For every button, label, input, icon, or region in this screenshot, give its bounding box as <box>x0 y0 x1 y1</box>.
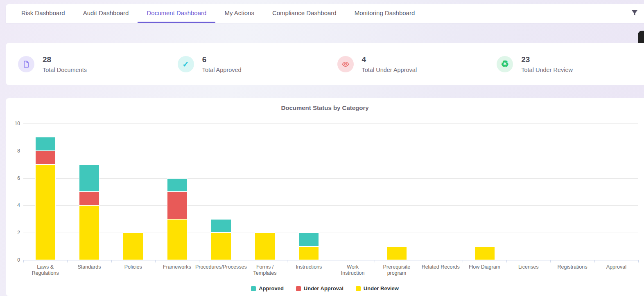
legend-label: Under Approval <box>304 285 343 292</box>
bar-segment-under-review[interactable] <box>255 233 275 260</box>
bar-segment-under-review[interactable] <box>386 247 407 260</box>
bar-segment-under-review[interactable] <box>167 219 188 260</box>
filter-button[interactable] <box>625 4 644 23</box>
filter-funnel-icon <box>631 9 638 18</box>
x-axis-tick <box>463 260 463 262</box>
gridline <box>23 123 638 124</box>
chart-legend: ApprovedUnder ApprovalUnder Review <box>6 285 644 292</box>
stat-label: Total Under Review <box>521 67 573 73</box>
legend-swatch <box>296 286 301 291</box>
x-axis-category-label: Approval <box>585 264 644 270</box>
bar-segment-under-review[interactable] <box>123 233 143 260</box>
tab-risk-dashboard[interactable]: Risk Dashboard <box>12 4 74 23</box>
x-axis-tick <box>199 260 199 262</box>
stat-total-documents: 28 Total Documents <box>6 55 165 73</box>
legend-swatch <box>356 286 361 291</box>
bar-segment-under-review[interactable] <box>298 247 319 260</box>
bar-segment-under-approval[interactable] <box>79 192 99 205</box>
stacked-bar-chart: 0246810Laws & RegulationsStandardsPolici… <box>23 123 638 260</box>
bar-segment-under-approval[interactable] <box>35 151 56 164</box>
tab-my-actions[interactable]: My Actions <box>215 4 263 23</box>
legend-item-under-review[interactable]: Under Review <box>356 285 399 292</box>
bar-segment-approved[interactable] <box>79 164 99 192</box>
x-axis-tick <box>550 260 551 262</box>
x-axis-tick <box>67 260 68 262</box>
eye-icon <box>337 56 354 72</box>
check-glyph: ✓ <box>182 59 189 69</box>
x-axis-tick <box>23 260 24 262</box>
tab-monitoring-dashboard[interactable]: Monitoring Dashboard <box>346 4 424 23</box>
dashboard-tab-bar: Risk Dashboard Audit Dashboard Document … <box>6 4 644 23</box>
check-icon: ✓ <box>178 56 194 72</box>
stat-value: 23 <box>521 55 573 64</box>
stat-label: Total Approved <box>202 67 242 73</box>
bar-segment-under-review[interactable] <box>475 247 495 260</box>
bar-segment-approved[interactable] <box>211 219 231 233</box>
stat-value: 6 <box>202 55 242 64</box>
stats-summary-card: 28 Total Documents ✓ 6 Total Approved 4 … <box>6 43 644 85</box>
document-status-chart-card: Document Status by Category 0246810Laws … <box>6 98 644 296</box>
legend-label: Approved <box>259 285 284 292</box>
x-axis-tick <box>155 260 156 262</box>
x-axis-tick <box>331 260 331 262</box>
recycle-icon: ♻ <box>497 56 513 72</box>
stat-value: 28 <box>43 55 87 64</box>
bar-segment-under-approval[interactable] <box>167 192 188 219</box>
x-axis-tick <box>375 260 375 262</box>
gridline <box>23 205 638 206</box>
gridline <box>23 178 638 179</box>
legend-label: Under Review <box>364 285 399 292</box>
bar-segment-under-review[interactable] <box>79 205 99 260</box>
x-axis-tick <box>111 260 112 262</box>
bar-segment-approved[interactable] <box>167 178 188 192</box>
stat-total-under-review: ♻ 23 Total Under Review <box>484 55 644 73</box>
x-axis-tick <box>506 260 507 262</box>
tab-compliance-dashboard[interactable]: Compliance Dashboard <box>263 4 346 23</box>
x-axis-tick <box>594 260 595 262</box>
bar-segment-under-review[interactable] <box>211 233 231 260</box>
y-axis-label: 4 <box>6 202 20 208</box>
x-axis-tick <box>287 260 287 262</box>
stat-label: Total Under Approval <box>362 67 417 73</box>
gridline <box>23 151 638 151</box>
stat-total-approved: ✓ 6 Total Approved <box>165 55 325 73</box>
stat-label: Total Documents <box>43 67 87 73</box>
bar-segment-approved[interactable] <box>35 137 56 150</box>
nav-spacer <box>424 4 625 23</box>
tab-document-dashboard[interactable]: Document Dashboard <box>138 4 215 23</box>
x-axis-tick <box>638 260 639 262</box>
x-axis-tick <box>243 260 243 262</box>
x-axis-tick <box>419 260 419 262</box>
y-axis-label: 10 <box>6 121 20 126</box>
document-icon <box>18 56 34 72</box>
recycle-glyph: ♻ <box>501 60 509 69</box>
tab-audit-dashboard[interactable]: Audit Dashboard <box>74 4 138 23</box>
stat-value: 4 <box>362 55 417 64</box>
bar-segment-approved[interactable] <box>298 233 319 246</box>
legend-item-under-approval[interactable]: Under Approval <box>296 285 343 292</box>
legend-swatch <box>251 286 256 291</box>
gridline <box>23 233 638 233</box>
y-axis-label: 8 <box>6 148 20 154</box>
y-axis-label: 0 <box>6 257 20 263</box>
bar-segment-under-review[interactable] <box>35 164 56 260</box>
y-axis-label: 6 <box>6 175 20 181</box>
y-axis-label: 2 <box>6 230 20 235</box>
legend-item-approved[interactable]: Approved <box>251 285 284 292</box>
stat-total-under-approval: 4 Total Under Approval <box>325 55 485 73</box>
chart-title: Document Status by Category <box>6 104 644 111</box>
